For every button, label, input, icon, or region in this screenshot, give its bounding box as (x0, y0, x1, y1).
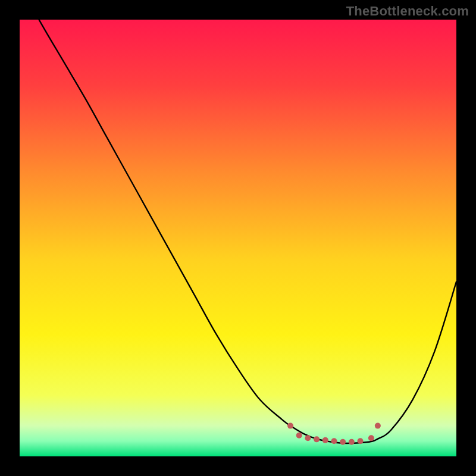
chart-svg (0, 0, 476, 476)
data-marker (314, 436, 320, 442)
data-marker (349, 439, 355, 445)
data-marker (322, 437, 328, 443)
data-marker (305, 435, 311, 441)
data-marker (368, 435, 374, 441)
chart-frame: TheBottleneck.com (0, 0, 476, 476)
data-marker (340, 439, 346, 445)
watermark-text: TheBottleneck.com (346, 4, 469, 19)
data-marker (331, 438, 337, 444)
data-marker (287, 423, 293, 429)
data-marker (375, 423, 381, 429)
data-marker (296, 433, 302, 439)
data-marker (358, 438, 364, 444)
plot-background (20, 20, 456, 456)
